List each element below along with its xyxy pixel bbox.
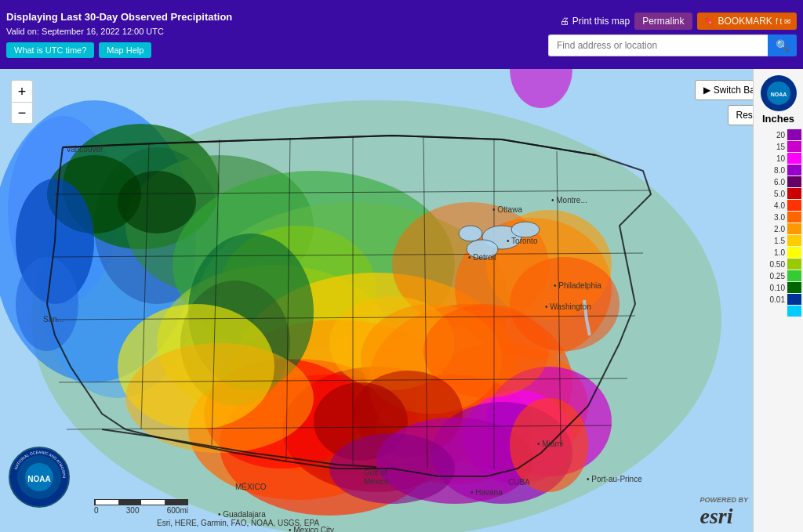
legend-row: 5.0 [754,188,801,199]
legend-swatch [787,294,801,305]
scale-label-300: 300 [126,506,140,515]
svg-point-41 [329,433,455,504]
zoom-controls: + − [11,80,33,124]
legend-swatch [787,235,801,246]
legend-swatch [787,165,801,176]
legend-swatch [787,141,801,152]
legend-swatch [787,247,801,258]
map-container[interactable]: • Vancouver • Ottawa • Montre... • Toron… [0,69,803,532]
legend-row: 0.01 [754,294,801,305]
scale-label-600: 600mi [167,506,188,515]
printer-icon: 🖨 [560,16,569,27]
search-button[interactable]: 🔍 [768,34,797,56]
map-subtitle: Valid on: September 16, 2022 12:00 UTC [6,27,232,36]
legend-row: 1.5 [754,235,801,246]
bookmark-icon: 🔖 [703,16,715,27]
scale-label-0: 0 [94,506,99,515]
legend-label: 0.10 [763,284,785,292]
legend-label: 8.0 [763,166,785,175]
legend-label: 0.25 [763,272,785,280]
header-buttons: What is UTC time? Map Help [6,42,232,58]
map-title: Displaying Last 30-Day Observed Precipit… [6,11,232,24]
legend-label: 5.0 [763,190,785,198]
legend-swatch [787,129,801,140]
legend-swatch [787,223,801,234]
legend-swatch [787,282,801,293]
legend-row: 15 [754,141,801,152]
scale-bar-line [94,499,188,505]
legend-row: 6.0 [754,176,801,187]
legend-label: 10 [763,154,785,163]
legend-row: 0.50 [754,259,801,270]
legend-row [754,306,801,317]
svg-point-32 [118,171,196,233]
search-input[interactable] [548,34,768,56]
legend-row: 8.0 [754,165,801,176]
bookmark-button[interactable]: 🔖 BOOKMARK f t ✉ [697,13,797,30]
legend-swatch [787,259,801,270]
social-icons: f t ✉ [776,17,790,26]
svg-point-30 [125,343,314,453]
legend-row: 4.0 [754,200,801,211]
legend-row: 0.25 [754,270,801,281]
app-header: Displaying Last 30-Day Observed Precipit… [0,0,803,69]
svg-text:NOAA: NOAA [770,92,787,97]
legend-bar: 2015108.06.05.04.03.02.01.51.00.500.250.… [754,129,803,317]
legend-label: 0.50 [763,260,785,269]
legend-label: 15 [763,143,785,151]
print-button[interactable]: 🖨 Print this map [560,16,630,27]
legend-row: 20 [754,129,801,140]
legend-row: 10 [754,153,801,164]
print-label: Print this map [572,16,630,27]
legend-noaa-logo: NOAA [759,74,798,113]
legend-label: 0.01 [763,295,785,304]
noaa-logo: NOAA NATIONAL OCEANIC AND ATMOSPHERIC [8,446,71,508]
header-left: Displaying Last 30-Day Observed Precipit… [6,11,232,59]
legend-label: 2.0 [763,225,785,233]
utc-time-button[interactable]: What is UTC time? [6,42,94,58]
legend-swatch [787,200,801,211]
legend-label: 4.0 [763,201,785,210]
zoom-in-button[interactable]: + [11,80,33,102]
header-right: 🖨 Print this map Permalink 🔖 BOOKMARK f … [548,13,797,56]
legend-label: 20 [763,131,785,139]
basemap-icon: ▶ [703,85,710,96]
legend-row: 1.0 [754,247,801,258]
legend-swatch [787,188,801,199]
legend-row: 3.0 [754,212,801,223]
svg-text:NOAA: NOAA [27,475,50,483]
legend-label: 3.0 [763,213,785,222]
precipitation-overlay [0,69,753,532]
esri-logo: POWERED BY esri [699,496,748,529]
legend-label: 1.5 [763,237,785,245]
svg-point-43 [510,69,572,108]
legend-swatch [787,212,801,223]
svg-point-42 [510,398,588,492]
legend-swatch [787,176,801,187]
permalink-button[interactable]: Permalink [634,13,692,30]
scale-labels: 0 300 600mi [94,506,188,515]
scale-bar: 0 300 600mi [94,499,188,515]
legend-panel: NOAA Inches 2015108.06.05.04.03.02.01.51… [753,69,803,532]
legend-swatch [787,270,801,281]
legend-row: 0.10 [754,282,801,293]
legend-label: 6.0 [763,178,785,186]
svg-point-34 [16,257,78,351]
search-row: 🔍 [548,34,797,56]
legend-title: Inches [762,113,794,125]
map-attribution: Esri, HERE, Garmin, FAO, NOAA, USGS, EPA [157,519,319,527]
legend-label: 1.0 [763,248,785,257]
legend-row: 2.0 [754,223,801,234]
legend-swatch [787,153,801,164]
legend-swatch [787,306,801,317]
zoom-out-button[interactable]: − [11,102,33,124]
map-help-button[interactable]: Map Help [99,42,151,58]
top-actions: 🖨 Print this map Permalink 🔖 BOOKMARK f … [560,13,797,30]
bookmark-label: BOOKMARK [718,16,772,27]
